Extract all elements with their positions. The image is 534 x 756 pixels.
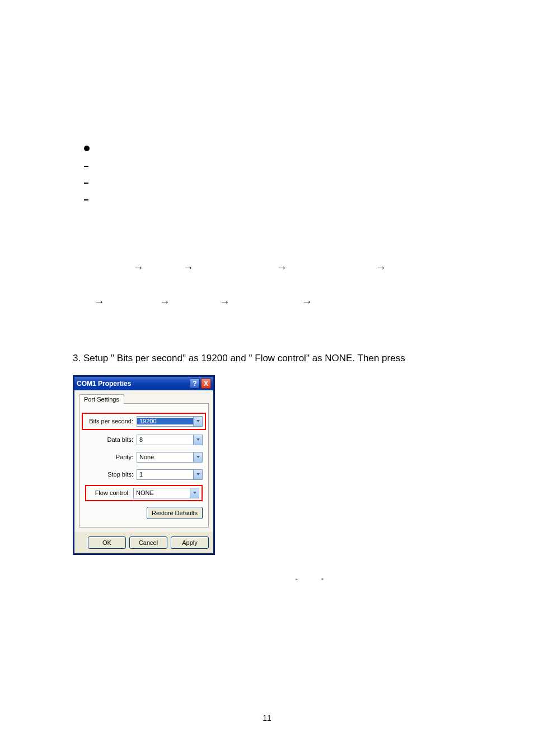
bullet-dash-icon xyxy=(84,199,88,200)
document-page: → → → → → → → → 3. Setup " Bits per seco… xyxy=(0,0,534,756)
flow-combo[interactable]: NONE xyxy=(133,488,199,498)
flow-label: Flow control: xyxy=(95,489,130,496)
chevron-down-icon[interactable] xyxy=(193,435,202,445)
close-icon: X xyxy=(204,380,208,388)
flow-value: NONE xyxy=(134,489,190,496)
question-icon: ? xyxy=(193,380,196,388)
arrow-row: → → → → xyxy=(73,262,467,273)
databits-label: Data bits: xyxy=(107,436,133,443)
dialog-button-row: OK Cancel Apply xyxy=(74,532,213,553)
arrow-row: → → → → xyxy=(73,296,467,307)
parity-label: Parity: xyxy=(116,454,133,460)
arrow-icon: → xyxy=(376,262,386,273)
tab-port-settings[interactable]: Port Settings xyxy=(79,394,124,404)
close-button[interactable]: X xyxy=(201,379,211,389)
bps-value: 19200 xyxy=(137,418,193,424)
tab-pane: Bits per second: 19200 Data bits: 8 xyxy=(79,403,209,528)
chevron-down-icon[interactable] xyxy=(193,452,202,462)
highlight-bits-per-second: Bits per second: 19200 xyxy=(82,413,206,430)
bps-label: Bits per second: xyxy=(89,418,133,424)
cancel-button[interactable]: Cancel xyxy=(129,536,167,549)
highlight-flow-control: Flow control: NONE xyxy=(85,485,203,501)
dialog-body: Port Settings Bits per second: 19200 xyxy=(74,390,213,532)
arrow-icon: → xyxy=(277,262,287,273)
arrow-icon: → xyxy=(160,296,170,307)
open-quote-icon: “ xyxy=(296,577,298,584)
instruction-text: 3. Setup " Bits per second" as 19200 and… xyxy=(73,352,467,365)
bps-combo[interactable]: 19200 xyxy=(137,416,203,427)
bullet-dot-icon xyxy=(84,146,90,151)
dialog-title: COM1 Properties xyxy=(77,380,131,388)
arrow-path-block: → → → → → → → → xyxy=(73,262,467,307)
bullet-list xyxy=(73,146,467,200)
parity-value: None xyxy=(137,454,193,460)
arrow-icon: → xyxy=(133,262,144,273)
arrow-icon: → xyxy=(183,262,194,273)
parity-combo[interactable]: None xyxy=(137,452,203,463)
chevron-down-icon[interactable] xyxy=(190,488,199,498)
bullet-dash-icon xyxy=(84,166,88,167)
arrow-icon: → xyxy=(302,296,312,307)
bullet-dash-icon xyxy=(84,183,88,184)
quote-marks: “ ” xyxy=(73,577,467,589)
arrow-icon: → xyxy=(219,296,230,307)
stopbits-label: Stop bits: xyxy=(107,471,133,478)
databits-combo[interactable]: 8 xyxy=(137,435,203,445)
help-button[interactable]: ? xyxy=(190,379,200,389)
arrow-icon: → xyxy=(94,296,105,307)
ok-button[interactable]: OK xyxy=(88,536,126,549)
close-quote-icon: ” xyxy=(321,577,324,584)
apply-button[interactable]: Apply xyxy=(171,536,209,549)
dialog-titlebar[interactable]: COM1 Properties ? X xyxy=(74,377,213,390)
restore-defaults-button[interactable]: Restore Defaults xyxy=(147,507,203,519)
stopbits-value: 1 xyxy=(137,471,193,478)
databits-value: 8 xyxy=(137,436,193,443)
stopbits-combo[interactable]: 1 xyxy=(137,469,203,480)
chevron-down-icon[interactable] xyxy=(193,417,202,426)
com-properties-dialog: COM1 Properties ? X Port Settings Bits p… xyxy=(73,375,215,555)
chevron-down-icon[interactable] xyxy=(193,470,202,479)
page-number: 11 xyxy=(0,713,534,722)
